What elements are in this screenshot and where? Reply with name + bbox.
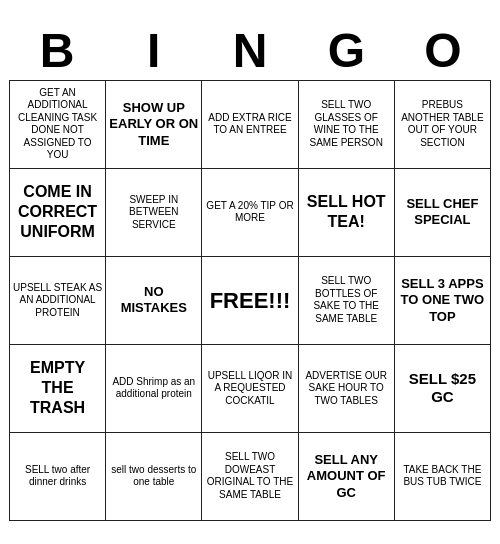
bingo-cell-12: FREE!!! [202,257,298,345]
bingo-cell-0: GET AN ADDITIONAL CLEANING TASK DONE NOT… [10,81,106,169]
bingo-cell-21: sell two desserts to one table [106,433,202,521]
header-letter-B: B [9,23,105,80]
bingo-cell-3: SELL TWO GLASSES OF WINE TO THE SAME PER… [299,81,395,169]
bingo-cell-22: SELL TWO DOWEAST ORIGINAL TO THE SAME TA… [202,433,298,521]
header-letter-N: N [202,23,298,80]
bingo-cell-20: SELL two after dinner drinks [10,433,106,521]
bingo-cell-7: GET A 20% TIP OR MORE [202,169,298,257]
bingo-cell-2: ADD EXTRA RICE TO AN ENTREE [202,81,298,169]
bingo-cell-19: SELL $25 GC [395,345,491,433]
bingo-cell-6: SWEEP IN BETWEEN SERVICE [106,169,202,257]
bingo-cell-14: SELL 3 APPS TO ONE TWO TOP [395,257,491,345]
bingo-cell-9: SELL CHEF SPECIAL [395,169,491,257]
bingo-cell-13: SELL TWO BOTTLES OF SAKE TO THE SAME TAB… [299,257,395,345]
bingo-cell-18: ADVERTISE OUR SAKE HOUR TO TWO TABLES [299,345,395,433]
bingo-header: BINGO [9,23,491,80]
bingo-cell-15: EMPTY THE TRASH [10,345,106,433]
bingo-cell-24: TAKE BACK THE BUS TUB TWICE [395,433,491,521]
bingo-cell-4: PREBUS ANOTHER TABLE OUT OF YOUR SECTION [395,81,491,169]
bingo-cell-8: SELL HOT TEA! [299,169,395,257]
bingo-cell-17: UPSELL LIQOR IN A REQUESTED COCKATIL [202,345,298,433]
bingo-cell-23: SELL ANY AMOUNT OF GC [299,433,395,521]
bingo-cell-11: NO MISTAKES [106,257,202,345]
bingo-cell-16: ADD Shrimp as an additional protein [106,345,202,433]
bingo-grid: GET AN ADDITIONAL CLEANING TASK DONE NOT… [9,80,491,521]
bingo-cell-10: UPSELL STEAK AS AN ADDITIONAL PROTEIN [10,257,106,345]
bingo-cell-1: SHOW UP EARLY OR ON TIME [106,81,202,169]
header-letter-O: O [395,23,491,80]
bingo-card: BINGO GET AN ADDITIONAL CLEANING TASK DO… [5,19,495,525]
bingo-cell-5: COME IN CORRECT UNIFORM [10,169,106,257]
header-letter-G: G [298,23,394,80]
header-letter-I: I [105,23,201,80]
